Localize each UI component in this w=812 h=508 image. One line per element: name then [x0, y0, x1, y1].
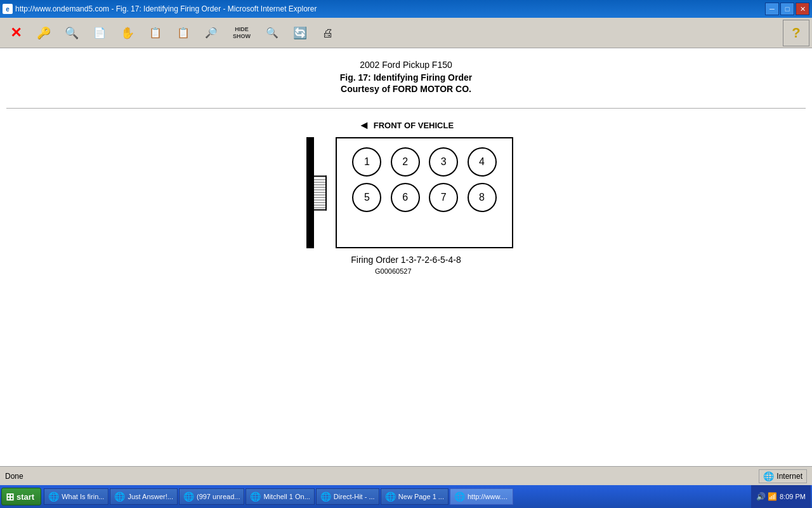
- cylinder-4: 4: [468, 147, 497, 177]
- taskbar-icon-7: 🌐: [454, 491, 465, 502]
- taskbar-item-7[interactable]: 🌐 http://www....: [450, 488, 513, 505]
- print-preview-button[interactable]: 🔍: [259, 20, 285, 46]
- fig2-button[interactable]: 📋: [142, 20, 169, 46]
- taskbar-label-6: New Page 1 ...: [398, 493, 444, 500]
- cylinder-2: 2: [391, 147, 420, 177]
- cylinders-top-row: 1 2 3 4: [337, 138, 512, 177]
- content-divider: [6, 108, 806, 109]
- taskbar-icon-2: 🌐: [114, 491, 125, 502]
- page-title-line1: 2002 Ford Pickup F150: [360, 60, 452, 70]
- page-title-line3: Courtesy of FORD MOTOR CO.: [341, 84, 471, 94]
- print-icon: 🖨: [322, 27, 334, 39]
- stop-button[interactable]: ✕: [3, 20, 29, 46]
- taskbar-right: 🔊 📶 8:09 PM: [751, 485, 811, 508]
- cylinder-7: 7: [429, 183, 458, 212]
- minimize-button[interactable]: ─: [765, 3, 779, 15]
- system-tray-icons: 🔊 📶: [756, 492, 777, 501]
- front-label-text: FRONT OF VEHICLE: [374, 121, 454, 130]
- taskbar-item-4[interactable]: 🌐 Mitchell 1 On...: [246, 488, 314, 505]
- print-button[interactable]: 🖨: [315, 20, 341, 46]
- taskbar-label-7: http://www....: [468, 493, 508, 500]
- hide-show-button[interactable]: HIDESHOW: [226, 20, 258, 46]
- find-icon: 🔎: [205, 28, 218, 38]
- fig2-icon: 📋: [149, 28, 162, 38]
- internet-label: Internet: [776, 472, 802, 481]
- arrow-left-icon: ◄: [358, 119, 370, 132]
- toolbar: ✕ 🔑 🔍 📄 ✋ 📋 📋 🔎 HIDESHOW 🔍 🔄 🖨 ?: [0, 18, 812, 48]
- internet-globe-icon: 🌐: [763, 471, 774, 481]
- taskbar-item-6[interactable]: 🌐 New Page 1 ...: [381, 488, 449, 505]
- refresh-button[interactable]: 🔄: [287, 20, 313, 46]
- refresh-icon: 🔄: [293, 27, 307, 39]
- cylinder-1: 1: [352, 147, 381, 177]
- cylinder-5: 5: [352, 183, 381, 212]
- h-connector: [314, 175, 327, 210]
- fig1-button[interactable]: 📄: [86, 20, 113, 46]
- status-bar: Done 🌐 Internet: [0, 466, 812, 485]
- taskbar-label-2: Just Answer!...: [128, 493, 173, 500]
- window-controls: ─ □ ✕: [765, 3, 809, 15]
- windows-logo-icon: ⊞: [6, 491, 14, 503]
- cylinder-3: 3: [429, 147, 458, 177]
- fig1-icon: 📄: [93, 28, 106, 38]
- cylinders-bottom-row: 5 6 7 8: [337, 177, 512, 212]
- stop-icon: ✕: [10, 26, 22, 40]
- taskbar-icon-1: 🌐: [48, 491, 59, 502]
- search-icon: 🔍: [65, 27, 79, 39]
- engine-block: 1 2 3 4 5 6 7 8: [336, 137, 513, 248]
- hand-icon: ✋: [121, 27, 134, 39]
- window-title: http://www.ondemand5.com - Fig. 17: Iden…: [15, 4, 317, 13]
- front-label: ◄ FRONT OF VEHICLE: [358, 119, 454, 132]
- taskbar-icon-3: 🌐: [183, 491, 194, 502]
- taskbar-item-1[interactable]: 🌐 What Is firin...: [44, 488, 108, 505]
- cylinder-6: 6: [391, 183, 420, 212]
- diagram-container: ◄ FRONT OF VEHICLE: [299, 119, 513, 275]
- back-button[interactable]: 🔑: [30, 20, 57, 46]
- firing-order-text: Firing Order 1-3-7-2-6-5-4-8: [351, 255, 461, 265]
- fig3-icon: 📋: [177, 28, 190, 38]
- engine-diagram: 1 2 3 4 5 6 7 8: [299, 137, 513, 248]
- taskbar-item-3[interactable]: 🌐 (997 unread...: [179, 488, 245, 505]
- taskbar-icon-5: 🌐: [320, 491, 331, 502]
- close-button[interactable]: ✕: [796, 3, 809, 15]
- taskbar-label-5: Direct-Hit - ...: [334, 493, 375, 500]
- search-button[interactable]: 🔍: [58, 20, 85, 46]
- content-area: 2002 Ford Pickup F150 Fig. 17: Identifyi…: [0, 48, 812, 466]
- back-icon: 🔑: [37, 27, 51, 39]
- taskbar-item-5[interactable]: 🌐 Direct-Hit - ...: [316, 488, 379, 505]
- cylinder-8: 8: [468, 183, 497, 212]
- hand-button[interactable]: ✋: [114, 20, 141, 46]
- taskbar-label-1: What Is firin...: [62, 493, 104, 500]
- taskbar-icon-4: 🌐: [250, 491, 261, 502]
- clock: 8:09 PM: [780, 493, 806, 500]
- page-title-line2: Fig. 17: Identifying Firing Order: [340, 72, 472, 83]
- crank-bar: [306, 137, 314, 248]
- status-done-text: Done: [5, 472, 759, 481]
- browser-icon: e: [3, 4, 13, 14]
- print-preview-icon: 🔍: [266, 28, 278, 38]
- taskbar: ⊞ start 🌐 What Is firin... 🌐 Just Answer…: [0, 485, 812, 508]
- title-bar: e http://www.ondemand5.com - Fig. 17: Id…: [0, 0, 812, 18]
- taskbar-icon-6: 🌐: [385, 491, 396, 502]
- find-button[interactable]: 🔎: [198, 20, 225, 46]
- taskbar-items: 🌐 What Is firin... 🌐 Just Answer!... 🌐 (…: [44, 488, 751, 505]
- status-internet: 🌐 Internet: [759, 469, 807, 483]
- fig-code: G00060527: [375, 267, 412, 275]
- hide-show-label: HIDESHOW: [233, 26, 251, 40]
- start-label: start: [16, 492, 34, 502]
- taskbar-item-2[interactable]: 🌐 Just Answer!...: [110, 488, 178, 505]
- taskbar-label-3: (997 unread...: [197, 493, 240, 500]
- start-button[interactable]: ⊞ start: [1, 488, 41, 505]
- help-button[interactable]: ?: [783, 20, 809, 46]
- taskbar-label-4: Mitchell 1 On...: [263, 493, 310, 500]
- fig3-button[interactable]: 📋: [170, 20, 197, 46]
- maximize-button[interactable]: □: [780, 3, 794, 15]
